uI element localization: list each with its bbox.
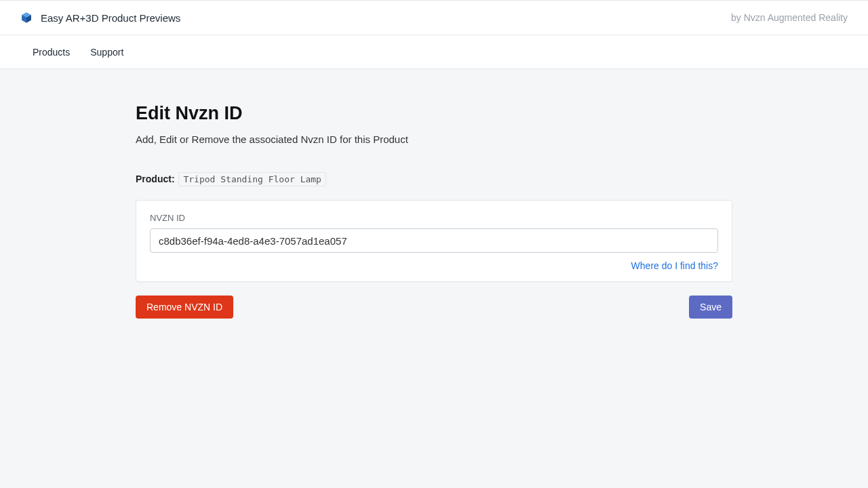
nvzn-id-card: NVZN ID Where do I find this?: [136, 200, 732, 282]
remove-button[interactable]: Remove NVZN ID: [136, 296, 233, 319]
cube-icon: [20, 12, 33, 24]
nvzn-id-input[interactable]: [150, 228, 718, 253]
navbar: Products Support: [0, 35, 868, 69]
nvzn-id-label: NVZN ID: [150, 213, 718, 223]
container: Edit Nvzn ID Add, Edit or Remove the ass…: [136, 103, 732, 319]
actions-row: Remove NVZN ID Save: [136, 296, 732, 319]
nav-products[interactable]: Products: [33, 47, 70, 58]
save-button[interactable]: Save: [689, 296, 732, 319]
main-area: Edit Nvzn ID Add, Edit or Remove the ass…: [0, 69, 868, 488]
product-name-tag: Tripod Standing Floor Lamp: [178, 172, 326, 186]
help-link[interactable]: Where do I find this?: [631, 260, 718, 271]
page-subtitle: Add, Edit or Remove the associated Nvzn …: [136, 134, 732, 145]
app-byline: by Nvzn Augmented Reality: [731, 12, 848, 23]
nav-support[interactable]: Support: [90, 47, 123, 58]
topbar: Easy AR+3D Product Previews by Nvzn Augm…: [0, 0, 868, 35]
product-line: Product: Tripod Standing Floor Lamp: [136, 172, 732, 186]
help-link-row: Where do I find this?: [150, 260, 718, 272]
product-label: Product:: [136, 174, 175, 184]
page-title: Edit Nvzn ID: [136, 103, 732, 124]
app-title: Easy AR+3D Product Previews: [41, 12, 180, 24]
topbar-left: Easy AR+3D Product Previews: [20, 12, 180, 24]
